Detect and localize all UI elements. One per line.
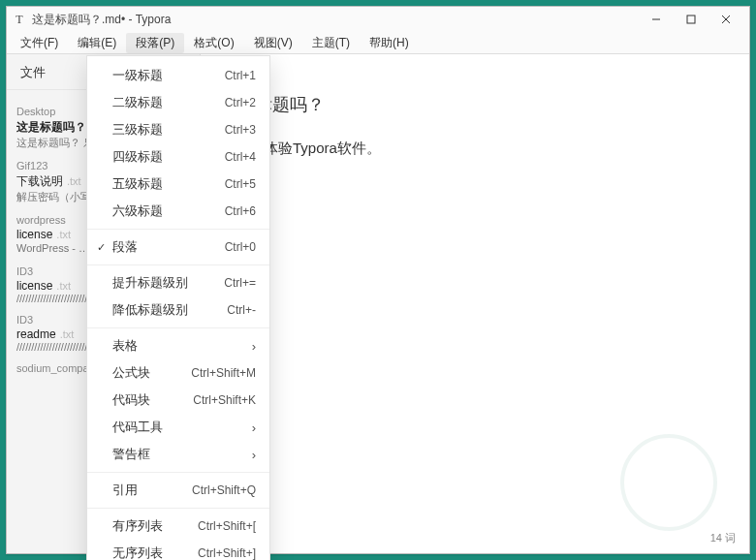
menu-shortcut: Ctrl+3 — [225, 123, 256, 137]
menu-item-label: 无序列表 — [112, 544, 198, 560]
menu-separator — [87, 229, 269, 230]
editor-paragraph[interactable]: 乐小虎体验Typora软件。 — [220, 140, 730, 158]
menu-shortcut: Ctrl+Shift+K — [193, 393, 256, 407]
menu-item[interactable]: 一级标题Ctrl+1 — [87, 62, 269, 89]
menu-item[interactable]: 四级标题Ctrl+4 — [87, 143, 269, 171]
menu-shortcut: Ctrl+Shift+] — [198, 546, 256, 560]
window-title: 这是标题吗？.md• - Typora — [32, 12, 171, 28]
menubar: 文件(F)编辑(E)段落(P)格式(O)视图(V)主题(T)帮助(H) — [7, 32, 749, 53]
menu-item[interactable]: 有序列表Ctrl+Shift+[ — [87, 513, 269, 540]
menu-item[interactable]: 表格› — [87, 332, 269, 359]
word-count[interactable]: 14 词 — [710, 531, 736, 545]
menu-4[interactable]: 视图(V) — [244, 33, 302, 53]
menu-item-label: 表格 — [112, 337, 246, 355]
menu-item-label: 二级标题 — [112, 94, 225, 111]
menu-item[interactable]: 代码工具› — [87, 414, 269, 441]
maximize-button[interactable] — [674, 7, 709, 32]
close-button[interactable] — [709, 7, 743, 32]
menu-item-label: 代码块 — [112, 391, 193, 409]
menu-shortcut: Ctrl+Shift+M — [191, 366, 256, 380]
paragraph-menu: 一级标题Ctrl+1二级标题Ctrl+2三级标题Ctrl+3四级标题Ctrl+4… — [86, 55, 270, 560]
menu-item[interactable]: 六级标题Ctrl+6 — [87, 198, 269, 225]
menu-item[interactable]: 代码块Ctrl+Shift+K — [87, 387, 269, 414]
menu-item-label: 公式块 — [112, 364, 191, 382]
menu-separator — [87, 264, 269, 265]
menu-item-label: 三级标题 — [112, 121, 225, 139]
menu-shortcut: Ctrl+- — [227, 303, 256, 317]
menu-shortcut: Ctrl+2 — [225, 96, 256, 109]
editor-heading[interactable]: 这是标题吗？ — [220, 93, 730, 116]
menu-item-label: 提升标题级别 — [112, 274, 224, 292]
menu-item-label: 代码工具 — [112, 419, 246, 436]
menu-shortcut: Ctrl+1 — [225, 69, 256, 82]
menu-shortcut: Ctrl+0 — [225, 240, 256, 254]
chevron-right-icon: › — [246, 420, 256, 435]
menu-item-label: 有序列表 — [112, 517, 198, 535]
minimize-button[interactable] — [639, 7, 674, 32]
menu-item[interactable]: 公式块Ctrl+Shift+M — [87, 359, 269, 387]
svg-rect-1 — [687, 16, 695, 23]
menu-item[interactable]: 二级标题Ctrl+2 — [87, 89, 269, 116]
check-icon: ✓ — [97, 241, 112, 254]
menu-item[interactable]: ✓段落Ctrl+0 — [87, 233, 269, 261]
menu-shortcut: Ctrl+6 — [225, 204, 256, 218]
chevron-right-icon: › — [246, 448, 256, 462]
menu-5[interactable]: 主题(T) — [302, 33, 360, 53]
menu-item[interactable]: 三级标题Ctrl+3 — [87, 116, 269, 143]
watermark — [620, 434, 717, 531]
menu-separator — [87, 508, 269, 509]
menu-shortcut: Ctrl+4 — [225, 150, 256, 164]
menu-1[interactable]: 编辑(E) — [68, 33, 126, 53]
menu-item-label: 四级标题 — [112, 148, 225, 166]
menu-item-label: 引用 — [112, 482, 192, 499]
menu-shortcut: Ctrl+Shift+[ — [198, 519, 256, 533]
menu-item-label: 五级标题 — [112, 175, 225, 193]
menu-item-label: 六级标题 — [112, 202, 225, 220]
menu-6[interactable]: 帮助(H) — [360, 33, 419, 53]
menu-item-label: 降低标题级别 — [112, 301, 227, 319]
menu-item[interactable]: 引用Ctrl+Shift+Q — [87, 477, 269, 504]
menu-shortcut: Ctrl+Shift+Q — [192, 483, 256, 497]
menu-item-label: 段落 — [112, 238, 225, 256]
menu-2[interactable]: 段落(P) — [126, 33, 184, 53]
titlebar: T 这是标题吗？.md• - Typora — [7, 7, 749, 32]
chevron-right-icon: › — [246, 339, 256, 354]
menu-separator — [87, 472, 269, 473]
menu-shortcut: Ctrl+= — [224, 276, 256, 290]
menu-shortcut: Ctrl+5 — [225, 177, 256, 191]
menu-item[interactable]: 警告框› — [87, 441, 269, 468]
menu-item[interactable]: 无序列表Ctrl+Shift+] — [87, 540, 269, 560]
menu-item[interactable]: 五级标题Ctrl+5 — [87, 171, 269, 198]
menu-0[interactable]: 文件(F) — [11, 33, 68, 53]
menu-3[interactable]: 格式(O) — [184, 33, 243, 53]
app-icon: T — [13, 13, 26, 26]
menu-item-label: 一级标题 — [112, 67, 225, 84]
menu-item-label: 警告框 — [112, 446, 246, 463]
menu-item[interactable]: 降低标题级别Ctrl+- — [87, 296, 269, 324]
menu-separator — [87, 327, 269, 328]
menu-item[interactable]: 提升标题级别Ctrl+= — [87, 269, 269, 296]
